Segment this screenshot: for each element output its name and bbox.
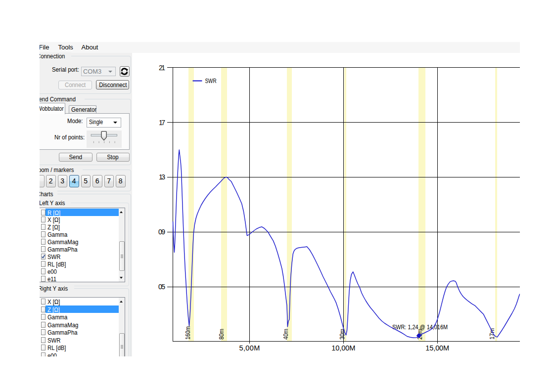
svg-text:80m: 80m: [218, 329, 225, 340]
svg-text:13: 13: [159, 173, 165, 181]
svg-text:15,00M: 15,00M: [425, 344, 449, 352]
svg-text:40m: 40m: [282, 329, 289, 340]
svg-text:160m: 160m: [185, 326, 191, 340]
svg-text:5,00M: 5,00M: [239, 344, 260, 352]
svg-text:05: 05: [158, 283, 165, 291]
svg-text:21: 21: [159, 64, 165, 72]
svg-text:09: 09: [158, 228, 165, 236]
svg-text:SWR: 1,24 @ 14,016M: SWR: 1,24 @ 14,016M: [392, 324, 448, 331]
svg-text:SWR: SWR: [205, 77, 217, 85]
svg-text:17: 17: [159, 119, 165, 127]
svg-text:17m: 17m: [489, 328, 496, 340]
svg-text:10,00M: 10,00M: [331, 344, 355, 352]
